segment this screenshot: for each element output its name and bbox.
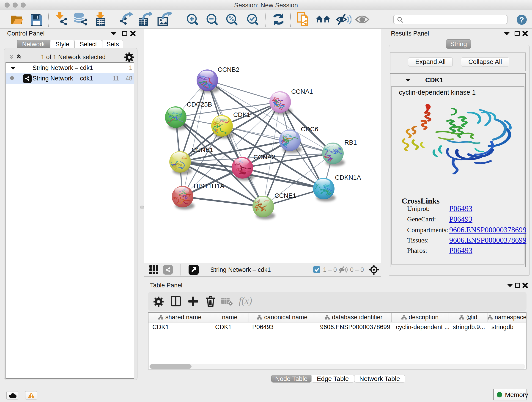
svg-text:?: ?	[519, 15, 524, 24]
svg-text:CDK1: CDK1	[233, 111, 250, 118]
svg-text:CDKN1A: CDKN1A	[335, 174, 361, 181]
svg-text:CCNA2: CCNA2	[253, 153, 275, 161]
svg-text:HIST1H1A: HIST1H1A	[194, 182, 224, 190]
svg-text:CCNB2: CCNB2	[218, 66, 239, 73]
svg-text:RB1: RB1	[344, 139, 357, 146]
svg-text:CCNE1: CCNE1	[274, 192, 296, 199]
svg-text:CDC25B: CDC25B	[187, 101, 212, 108]
svg-text:CDC6: CDC6	[301, 126, 318, 133]
svg-text:CCNA1: CCNA1	[291, 88, 313, 95]
svg-text:CCNB1: CCNB1	[191, 146, 213, 153]
